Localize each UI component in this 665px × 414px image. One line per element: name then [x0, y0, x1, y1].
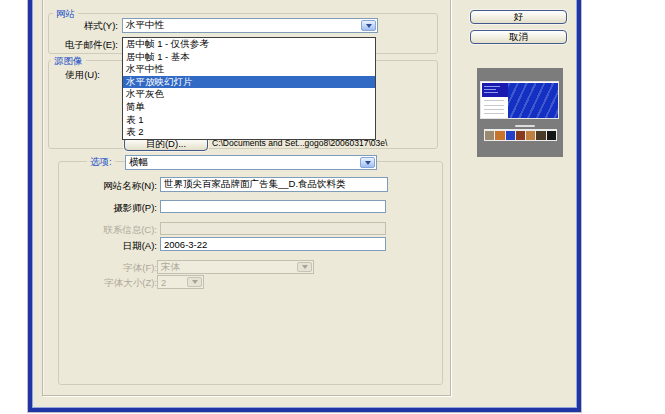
- chevron-down-icon: [365, 161, 371, 165]
- preview-thumbnail-strip: [484, 129, 557, 141]
- preview-thumb: [547, 131, 556, 140]
- style-option[interactable]: 表 2: [123, 126, 375, 139]
- style-option[interactable]: 居中帧 1 - 仅供参考: [123, 38, 375, 51]
- font-size-select-value: 2: [158, 276, 186, 288]
- font-select: 宋体: [157, 260, 314, 274]
- style-label: 样式(Y):: [58, 20, 118, 31]
- preview-thumb: [495, 131, 504, 140]
- font-select-value: 宋体: [158, 261, 296, 273]
- date-input[interactable]: 2006-3-22: [160, 237, 386, 251]
- preview-page-frame: [480, 81, 559, 119]
- style-option[interactable]: 简单: [123, 101, 375, 114]
- preview-main-image: [508, 83, 558, 118]
- cancel-button[interactable]: 取消: [470, 30, 567, 44]
- email-label: 电子邮件(E):: [40, 39, 118, 50]
- font-size-select-arrow-button: [187, 277, 202, 287]
- site-group-title: 网站: [53, 8, 78, 19]
- style-option[interactable]: 表 1: [123, 114, 375, 127]
- preview-thumb: [516, 131, 525, 140]
- preview-caption-text: [515, 125, 535, 127]
- use-label: 使用(U):: [56, 69, 100, 80]
- style-select[interactable]: 水平中性: [122, 18, 378, 33]
- options-group-title: 选项:: [87, 156, 115, 167]
- chevron-down-icon: [302, 265, 308, 269]
- options-page-value: 横幅: [126, 156, 359, 169]
- source-images-group-title: 源图像: [51, 55, 86, 66]
- options-select-arrow-button[interactable]: [360, 157, 375, 168]
- contact-info-input: [160, 222, 386, 235]
- font-size-select: 2: [157, 275, 204, 289]
- date-label: 日期(A):: [108, 240, 157, 251]
- ok-button[interactable]: 好: [470, 10, 567, 24]
- site-name-label: 网站名称(N):: [93, 180, 157, 191]
- style-option-selected[interactable]: 水平放映幻灯片: [123, 76, 375, 89]
- options-page-select[interactable]: 横幅: [125, 155, 377, 170]
- chevron-down-icon: [366, 24, 372, 28]
- screenshot-root: 网站 样式(Y): 水平中性 电子邮件(E): 源图像 使用(U): 目的(D)…: [0, 0, 665, 414]
- style-option[interactable]: 水平中性: [123, 63, 375, 76]
- font-size-label: 字体大小(Z):: [86, 277, 157, 288]
- preview-thumb: [536, 131, 545, 140]
- preview-thumb: [506, 131, 515, 140]
- style-select-value: 水平中性: [123, 19, 360, 32]
- style-option[interactable]: 居中帧 1 - 基本: [123, 51, 375, 64]
- preview-thumb: [485, 131, 494, 140]
- font-select-arrow-button: [297, 262, 312, 272]
- style-select-arrow-button[interactable]: [361, 20, 376, 31]
- preview-thumb: [526, 131, 535, 140]
- photographer-input[interactable]: [160, 200, 386, 213]
- preview-banner-block: [482, 83, 508, 97]
- preview-text-lines: [482, 97, 508, 117]
- chevron-down-icon: [192, 280, 198, 284]
- style-preview-thumbnail: [477, 68, 563, 157]
- site-name-input[interactable]: 世界顶尖百家品牌面广告集__D.食品饮料类: [160, 177, 388, 192]
- font-label: 字体(F):: [103, 262, 157, 273]
- style-option[interactable]: 水平灰色: [123, 88, 375, 101]
- photographer-label: 摄影师(P):: [93, 202, 157, 213]
- style-dropdown-list[interactable]: 居中帧 1 - 仅供参考 居中帧 1 - 基本 水平中性 水平放映幻灯片 水平灰…: [122, 37, 376, 140]
- contact-info-label: 联系信息(C):: [86, 224, 157, 235]
